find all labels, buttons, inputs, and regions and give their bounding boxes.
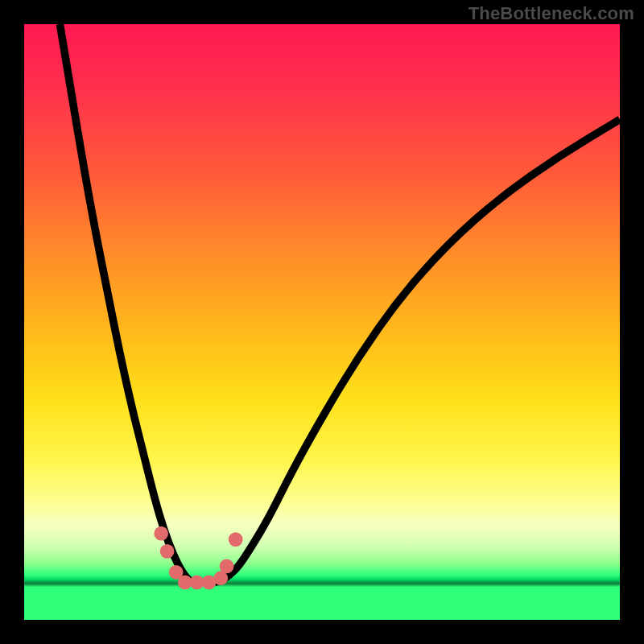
chart-frame: TheBottleneck.com <box>0 0 644 644</box>
watermark-text: TheBottleneck.com <box>469 3 634 24</box>
right-curve <box>215 119 620 582</box>
left-curve <box>60 24 196 582</box>
marker-group <box>154 526 242 589</box>
curve-layer <box>24 24 620 620</box>
plot-area <box>24 24 620 620</box>
marker-m9 <box>229 532 243 547</box>
marker-m8 <box>220 559 234 574</box>
marker-m1 <box>154 526 168 541</box>
marker-m2 <box>160 544 175 559</box>
